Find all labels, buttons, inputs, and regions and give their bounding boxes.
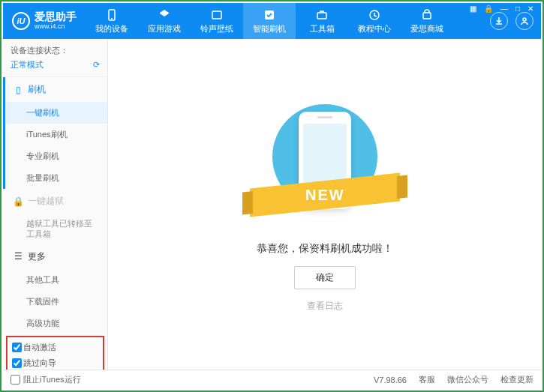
nav-ringtone-wallpaper[interactable]: 铃声壁纸 bbox=[191, 3, 243, 39]
sidebar-item-advanced[interactable]: 高级功能 bbox=[5, 313, 107, 334]
connection-status: 设备连接状态： 正常模式 ⟳ bbox=[3, 39, 107, 77]
lock-icon[interactable]: 🔒 bbox=[482, 4, 494, 13]
success-message: 恭喜您，保资料刷机成功啦！ bbox=[257, 242, 393, 256]
sidebar-item-download-fw[interactable]: 下载固件 bbox=[5, 291, 107, 313]
sidebar-more-header[interactable]: ☰ 更多 bbox=[5, 244, 107, 269]
logo[interactable]: iU 爱思助手 www.i4.cn bbox=[3, 11, 86, 30]
nav-apps-games[interactable]: 应用游戏 bbox=[138, 3, 191, 39]
store-icon bbox=[420, 8, 434, 22]
view-log-link[interactable]: 查看日志 bbox=[307, 300, 343, 313]
nav-tutorials[interactable]: 教程中心 bbox=[348, 3, 401, 39]
sidebar-item-oneclick[interactable]: 一键刷机 bbox=[5, 102, 107, 124]
version-label: V7.98.66 bbox=[374, 376, 407, 385]
svg-rect-4 bbox=[317, 13, 326, 19]
app-url: www.i4.cn bbox=[35, 23, 77, 31]
refresh-icon[interactable]: ⟳ bbox=[93, 60, 100, 70]
phone-outline-icon: ▯ bbox=[13, 85, 23, 95]
main-content: NEW 恭喜您，保资料刷机成功啦！ 确定 查看日志 bbox=[108, 39, 541, 370]
toolbox-icon bbox=[315, 8, 329, 22]
nav-smart-flash[interactable]: 智能刷机 bbox=[243, 3, 296, 39]
auto-activate-checkbox[interactable]: 自动激活 bbox=[12, 342, 56, 353]
footer: 阻止iTunes运行 V7.98.66 客服 微信公众号 检查更新 bbox=[3, 370, 541, 389]
nav-toolbox[interactable]: 工具箱 bbox=[296, 3, 348, 39]
maximize-icon[interactable]: □ bbox=[514, 4, 521, 13]
sidebar-section-flash: ▯ 刷机 一键刷机 iTunes刷机 专业刷机 批量刷机 bbox=[3, 77, 107, 189]
wechat-link[interactable]: 微信公众号 bbox=[447, 374, 488, 385]
sidebar-section-more: ☰ 更多 其他工具 下载固件 高级功能 bbox=[3, 244, 107, 334]
minimize-icon[interactable]: — bbox=[499, 4, 509, 13]
menu-lines-icon: ☰ bbox=[13, 251, 23, 262]
close-icon[interactable]: ✕ bbox=[526, 4, 535, 13]
options-box: 自动激活 跳过向导 bbox=[6, 336, 104, 370]
sidebar-item-pro[interactable]: 专业刷机 bbox=[5, 145, 107, 167]
sidebar: 设备连接状态： 正常模式 ⟳ ▯ 刷机 一键刷机 iTunes刷机 专业刷机 批… bbox=[3, 39, 108, 370]
sidebar-item-batch[interactable]: 批量刷机 bbox=[5, 167, 107, 189]
jailbreak-note: 越狱工具已转移至工具箱 bbox=[5, 214, 107, 244]
flash-icon bbox=[263, 8, 276, 22]
nav-my-device[interactable]: 我的设备 bbox=[86, 3, 138, 39]
lock-outline-icon: 🔒 bbox=[13, 196, 23, 207]
svg-rect-2 bbox=[212, 11, 221, 19]
sidebar-item-other-tools[interactable]: 其他工具 bbox=[5, 269, 107, 291]
tutorial-icon bbox=[368, 8, 381, 22]
download-button[interactable] bbox=[490, 12, 508, 30]
sidebar-jailbreak-header[interactable]: 🔒 一键越狱 bbox=[5, 189, 107, 214]
block-itunes-checkbox[interactable]: 阻止iTunes运行 bbox=[11, 374, 81, 385]
user-button[interactable] bbox=[515, 12, 533, 30]
menu-icon[interactable]: ▦ bbox=[468, 4, 478, 13]
logo-icon: iU bbox=[12, 12, 30, 30]
wallpaper-icon bbox=[210, 8, 224, 22]
svg-rect-6 bbox=[423, 13, 431, 19]
app-title: 爱思助手 bbox=[35, 11, 77, 22]
svg-point-7 bbox=[523, 18, 526, 21]
success-illustration: NEW bbox=[250, 97, 400, 232]
header: iU 爱思助手 www.i4.cn 我的设备 应用游戏 铃声壁纸 bbox=[3, 3, 541, 39]
nav-store[interactable]: 爱思商城 bbox=[401, 3, 453, 39]
ribbon-text: NEW bbox=[305, 186, 344, 203]
check-update-link[interactable]: 检查更新 bbox=[500, 374, 533, 385]
customer-service-link[interactable]: 客服 bbox=[419, 374, 435, 385]
apps-icon bbox=[158, 8, 171, 22]
top-nav: 我的设备 应用游戏 铃声壁纸 智能刷机 工具箱 bbox=[86, 3, 490, 39]
confirm-button[interactable]: 确定 bbox=[294, 266, 356, 289]
window-controls: ▦ 🔒 — □ ✕ bbox=[467, 3, 536, 14]
skip-guide-checkbox[interactable]: 跳过向导 bbox=[12, 358, 56, 369]
phone-icon bbox=[105, 8, 119, 22]
sidebar-section-jailbreak: 🔒 一键越狱 越狱工具已转移至工具箱 bbox=[3, 189, 107, 244]
sidebar-item-itunes[interactable]: iTunes刷机 bbox=[5, 124, 107, 145]
sidebar-flash-header[interactable]: ▯ 刷机 bbox=[5, 77, 107, 102]
